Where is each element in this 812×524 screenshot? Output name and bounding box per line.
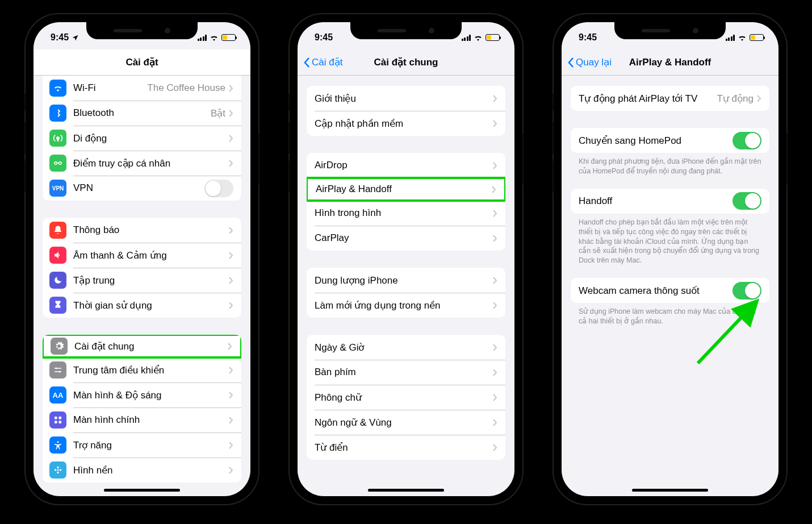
chevron-right-icon bbox=[229, 417, 233, 424]
row-hotspot[interactable]: Điểm truy cập cá nhân bbox=[43, 151, 241, 176]
cellular-signal-icon bbox=[726, 35, 735, 41]
page-title: Cài đặt bbox=[125, 56, 158, 68]
row-vpn[interactable]: VPN VPN bbox=[43, 176, 241, 201]
chevron-right-icon bbox=[229, 302, 233, 309]
svg-point-15 bbox=[60, 469, 61, 471]
row-notifications[interactable]: Thông báo bbox=[43, 218, 241, 243]
row-keyboard[interactable]: Bàn phím bbox=[307, 360, 505, 385]
back-button[interactable]: Quay lại bbox=[567, 56, 612, 68]
row-airplay-handoff[interactable]: AirPlay & Handoff bbox=[307, 177, 505, 202]
row-wallpaper[interactable]: Hình nền bbox=[43, 458, 241, 483]
flower-icon bbox=[49, 461, 66, 479]
nav-bar: Quay lại AirPlay & Handoff bbox=[562, 49, 778, 76]
row-datetime[interactable]: Ngày & Giờ bbox=[307, 335, 505, 360]
antenna-icon bbox=[49, 130, 66, 147]
svg-rect-9 bbox=[59, 421, 62, 424]
svg-rect-5 bbox=[55, 371, 61, 372]
text-size-icon: AA bbox=[49, 386, 66, 404]
settings-section-general: Cài đặt chung Trung tâm điều khiển AA Mà… bbox=[43, 335, 241, 483]
chevron-right-icon bbox=[229, 160, 233, 167]
row-homepod[interactable]: Chuyển sang HomePod bbox=[571, 128, 769, 153]
chevron-right-icon bbox=[493, 394, 497, 401]
row-airdrop[interactable]: AirDrop bbox=[307, 153, 505, 178]
row-sound[interactable]: Âm thanh & Cảm ứng bbox=[43, 243, 241, 268]
handoff-toggle[interactable] bbox=[733, 192, 761, 210]
cellular-signal-icon bbox=[462, 35, 471, 41]
row-cellular[interactable]: Di động bbox=[43, 126, 241, 151]
row-control-center[interactable]: Trung tâm điều khiển bbox=[43, 357, 241, 382]
chevron-right-icon bbox=[229, 392, 233, 399]
moon-icon bbox=[49, 272, 66, 289]
general-section-storage: Dung lượng iPhone Làm mới ứng dụng trong… bbox=[307, 268, 505, 318]
row-about[interactable]: Giới thiệu bbox=[307, 86, 505, 111]
home-indicator[interactable] bbox=[368, 489, 444, 492]
back-button[interactable]: Cài đặt bbox=[303, 56, 342, 68]
row-screentime[interactable]: Thời gian sử dụng bbox=[43, 293, 241, 318]
status-time: 9:45 bbox=[315, 32, 333, 43]
chevron-right-icon bbox=[229, 277, 233, 284]
row-storage[interactable]: Dung lượng iPhone bbox=[307, 268, 505, 293]
svg-rect-7 bbox=[59, 417, 62, 419]
chevron-right-icon bbox=[493, 369, 497, 376]
row-general[interactable]: Cài đặt chung bbox=[43, 335, 241, 359]
battery-icon bbox=[221, 34, 236, 41]
row-handoff[interactable]: Handoff bbox=[571, 189, 769, 214]
row-bg-refresh[interactable]: Làm mới ứng dụng trong nền bbox=[307, 293, 505, 318]
vpn-toggle[interactable] bbox=[204, 180, 233, 197]
svg-point-1 bbox=[59, 162, 62, 165]
general-section-airplay: AirDrop AirPlay & Handoff Hình trong hìn… bbox=[307, 153, 505, 251]
row-dictionary[interactable]: Từ điển bbox=[307, 435, 505, 460]
svg-point-13 bbox=[57, 472, 58, 473]
speaker-icon bbox=[49, 247, 66, 264]
bell-icon bbox=[49, 222, 66, 239]
chevron-right-icon bbox=[493, 235, 497, 242]
nav-bar: Cài đặt bbox=[34, 49, 250, 76]
row-carplay[interactable]: CarPlay bbox=[307, 226, 505, 251]
row-focus[interactable]: Tập trung bbox=[43, 268, 241, 293]
chevron-right-icon bbox=[493, 302, 497, 309]
row-bluetooth[interactable]: Bluetooth Bật bbox=[43, 101, 241, 126]
row-software-update[interactable]: Cập nhật phần mềm bbox=[307, 111, 505, 136]
airplay-section-auto: Tự động phát AirPlay tới TV Tự động bbox=[571, 86, 769, 111]
battery-icon bbox=[485, 34, 500, 41]
homepod-toggle[interactable] bbox=[733, 132, 761, 149]
row-continuity-camera[interactable]: Webcam camera thông suốt bbox=[571, 278, 769, 303]
chevron-right-icon bbox=[229, 85, 233, 92]
row-fonts[interactable]: Phông chữ bbox=[307, 385, 505, 410]
settings-section-connectivity: Wi-Fi The Coffee House Bluetooth Bật Di … bbox=[43, 76, 241, 201]
svg-rect-8 bbox=[55, 421, 57, 424]
row-display[interactable]: AA Màn hình & Độ sáng bbox=[43, 382, 241, 407]
handoff-footer: Handoff cho phép bạn bắt đầu làm một việ… bbox=[562, 214, 778, 265]
chevron-right-icon bbox=[229, 367, 233, 374]
wifi-icon bbox=[738, 34, 747, 41]
row-language[interactable]: Ngôn ngữ & Vùng bbox=[307, 410, 505, 435]
hourglass-icon bbox=[49, 297, 66, 314]
webcam-toggle[interactable] bbox=[733, 282, 761, 300]
row-auto-airplay[interactable]: Tự động phát AirPlay tới TV Tự động bbox=[571, 86, 769, 111]
general-section-info: Giới thiệu Cập nhật phần mềm bbox=[307, 86, 505, 136]
chevron-right-icon bbox=[229, 135, 233, 142]
svg-point-10 bbox=[57, 441, 59, 443]
row-wifi[interactable]: Wi-Fi The Coffee House bbox=[43, 76, 241, 101]
vpn-icon: VPN bbox=[49, 180, 66, 197]
phone-frame-3: 9:45 Quay lại AirPlay & Handoff Tự động … bbox=[554, 14, 786, 504]
chevron-right-icon bbox=[493, 120, 497, 127]
general-section-locale: Ngày & Giờ Bàn phím Phông chữ Ngôn ngữ &… bbox=[307, 335, 505, 460]
row-homescreen[interactable]: Màn hình chính bbox=[43, 407, 241, 432]
phone-frame-1: 9:45 Cài đặt Wi-Fi The Coffee House bbox=[26, 14, 258, 504]
homepod-footer: Khi đang phát phương tiện, đưa iPhone đế… bbox=[562, 153, 778, 176]
chevron-right-icon bbox=[493, 277, 497, 284]
notch bbox=[86, 22, 198, 39]
chevron-right-icon bbox=[493, 162, 497, 169]
home-indicator[interactable] bbox=[104, 489, 180, 492]
nav-bar: Cài đặt Cài đặt chung bbox=[298, 49, 514, 76]
chevron-right-icon bbox=[228, 343, 232, 350]
notch bbox=[614, 22, 726, 39]
row-accessibility[interactable]: Trợ năng bbox=[43, 432, 241, 458]
chevron-right-icon bbox=[229, 227, 233, 234]
notch bbox=[350, 22, 462, 39]
wifi-icon bbox=[474, 34, 483, 41]
page-title: Cài đặt chung bbox=[374, 56, 438, 68]
row-pip[interactable]: Hình trong hình bbox=[307, 201, 505, 226]
home-indicator[interactable] bbox=[632, 489, 708, 492]
